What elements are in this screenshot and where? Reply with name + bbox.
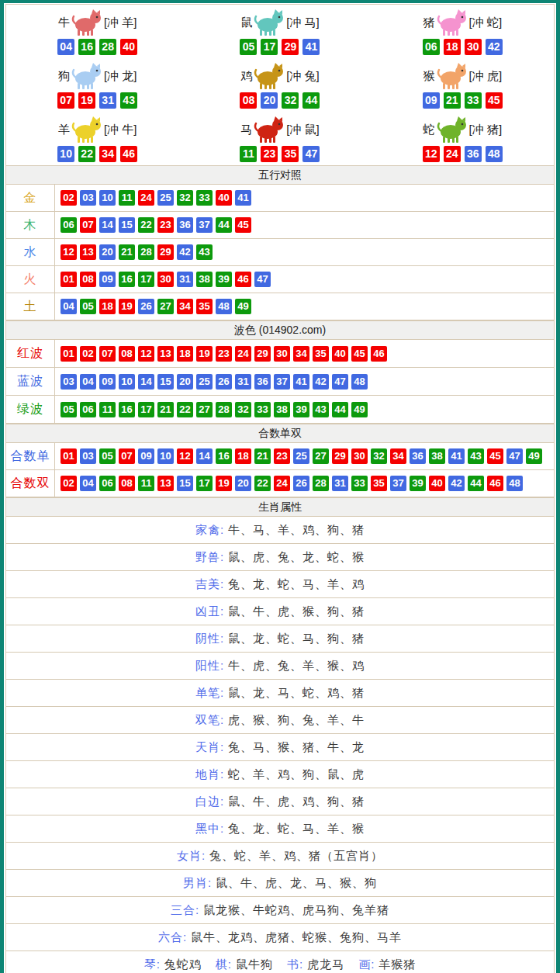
zodiac-clash: [冲 马] xyxy=(286,16,320,28)
number-ball: 17 xyxy=(261,39,278,55)
number-ball: 46 xyxy=(120,146,137,162)
number-ball: 13 xyxy=(80,244,96,260)
number-ball: 01 xyxy=(60,448,77,464)
wave-colors-row-numbers: 05061116172122272832333839434449 xyxy=(55,396,554,423)
attribute-value: 牛、虎、兔、羊、猴、鸡 xyxy=(228,659,365,673)
number-ball: 16 xyxy=(216,448,232,464)
number-ball: 02 xyxy=(80,346,96,362)
number-ball: 24 xyxy=(138,190,154,206)
sum-parity-row: 合数双0204060811131517192022242628313335373… xyxy=(6,470,554,497)
number-ball: 23 xyxy=(216,346,232,362)
wave-colors-row-numbers: 0102070812131819232429303435404546 xyxy=(55,340,554,367)
number-ball: 26 xyxy=(293,476,309,491)
number-ball: 16 xyxy=(119,272,135,287)
number-ball: 32 xyxy=(371,448,387,464)
zodiac-numbers: 07193143 xyxy=(57,92,137,109)
attribute-value: 兔、马、猴、猪、牛、龙 xyxy=(228,740,365,755)
number-ball: 48 xyxy=(506,476,523,491)
attribute-value: 鼠、龙、蛇、马、狗、猪 xyxy=(228,632,365,646)
zodiac-cell: 狗[冲 龙]07193143 xyxy=(6,58,188,112)
attribute-value: 兔、蛇、羊、鸡、猪（五宫肖） xyxy=(209,849,383,864)
number-ball: 16 xyxy=(119,402,135,417)
sum-parity-row-label: 合数双 xyxy=(6,470,55,497)
number-ball: 27 xyxy=(313,448,329,464)
attribute-value: 兔、龙、蛇、马、羊、猴 xyxy=(228,822,365,836)
number-ball: 06 xyxy=(423,39,440,55)
number-ball: 43 xyxy=(196,244,213,260)
number-ball: 40 xyxy=(332,346,348,362)
number-ball: 15 xyxy=(177,476,193,491)
number-ball: 39 xyxy=(216,272,232,287)
number-ball: 10 xyxy=(99,190,116,206)
number-ball: 11 xyxy=(240,146,257,162)
wave-colors-row-label: 蓝波 xyxy=(6,368,55,395)
number-ball: 41 xyxy=(293,374,309,390)
number-ball: 44 xyxy=(468,476,484,491)
number-ball: 48 xyxy=(216,299,232,314)
zodiac-cell: 鸡[冲 兔]08203244 xyxy=(188,58,371,112)
dog-icon xyxy=(71,62,103,90)
rat-icon xyxy=(253,9,285,36)
number-ball: 28 xyxy=(313,476,329,491)
number-ball: 25 xyxy=(196,374,213,390)
number-ball: 25 xyxy=(293,448,309,464)
section-header-zodiac-attributes: 生肖属性 xyxy=(6,497,554,517)
reference-table: 牛[冲 羊]04162840鼠[冲 马]05172941猪[冲 蛇]061830… xyxy=(5,4,555,973)
attribute-value: 鼠、牛、虎、鸡、狗、猪 xyxy=(228,795,365,809)
number-ball: 28 xyxy=(216,402,232,417)
rooster-icon xyxy=(253,62,285,90)
attribute-label: 双笔: xyxy=(195,713,224,728)
number-ball: 36 xyxy=(177,217,193,233)
number-ball: 28 xyxy=(99,39,116,55)
number-ball: 04 xyxy=(80,476,96,491)
number-ball: 43 xyxy=(468,448,484,464)
attribute-label: 吉美: xyxy=(195,577,224,592)
zodiac-attribute-row: 三合:鼠龙猴、牛蛇鸡、虎马狗、兔羊猪 xyxy=(6,897,554,924)
number-ball: 49 xyxy=(526,448,542,464)
wave-colors-row-label: 红波 xyxy=(6,340,55,367)
sum-parity-row-label: 合数单 xyxy=(6,443,55,469)
number-ball: 19 xyxy=(196,346,213,362)
five-elements-row: 火0108091617303138394647 xyxy=(6,266,554,293)
wave-colors-row: 绿波05061116172122272832333839434449 xyxy=(6,396,554,424)
number-ball: 09 xyxy=(423,92,440,109)
attribute-label: 阳性: xyxy=(195,659,224,673)
zodiac-cell: 牛[冲 羊]04162840 xyxy=(6,5,188,58)
number-ball: 14 xyxy=(99,217,116,233)
number-ball: 09 xyxy=(99,272,116,287)
attribute-pair: 书:虎龙马 xyxy=(287,957,344,972)
snake-icon xyxy=(436,116,468,144)
number-ball: 04 xyxy=(57,39,74,55)
number-ball: 20 xyxy=(235,476,251,491)
number-ball: 44 xyxy=(302,92,320,109)
number-ball: 35 xyxy=(282,146,299,162)
number-ball: 19 xyxy=(78,92,95,109)
zodiac-clash: [冲 鼠] xyxy=(286,123,320,135)
monkey-icon xyxy=(436,62,468,90)
attribute-label: 六合: xyxy=(158,930,187,945)
number-ball: 41 xyxy=(302,39,320,55)
section-header-sum-parity: 合数单双 xyxy=(6,424,554,443)
zodiac-clash: [冲 羊] xyxy=(104,16,137,28)
attribute-pair: 六合:鼠牛、龙鸡、虎猪、蛇猴、兔狗、马羊 xyxy=(158,930,402,945)
number-ball: 11 xyxy=(119,190,135,206)
number-ball: 31 xyxy=(99,92,116,109)
zodiac-name: 牛 xyxy=(58,16,70,28)
attribute-pair: 三合:鼠龙猴、牛蛇鸡、虎马狗、兔羊猪 xyxy=(171,903,389,918)
number-ball: 40 xyxy=(429,476,445,491)
number-ball: 03 xyxy=(80,190,96,206)
attribute-value: 虎、猴、狗、兔、羊、牛 xyxy=(228,713,365,728)
number-ball: 10 xyxy=(119,374,135,390)
attribute-label: 画: xyxy=(358,957,375,972)
zodiac-attribute-row: 阴性:鼠、龙、蛇、马、狗、猪 xyxy=(6,625,554,653)
number-ball: 04 xyxy=(60,299,77,314)
number-ball: 26 xyxy=(216,374,232,390)
zodiac-clash: [冲 虎] xyxy=(469,70,503,81)
number-ball: 45 xyxy=(486,92,503,109)
number-ball: 23 xyxy=(157,217,174,233)
number-ball: 07 xyxy=(80,217,96,233)
attribute-label: 天肖: xyxy=(195,740,224,755)
zodiac-clash: [冲 牛] xyxy=(104,123,137,135)
number-ball: 08 xyxy=(240,92,257,109)
number-ball: 49 xyxy=(235,299,251,314)
